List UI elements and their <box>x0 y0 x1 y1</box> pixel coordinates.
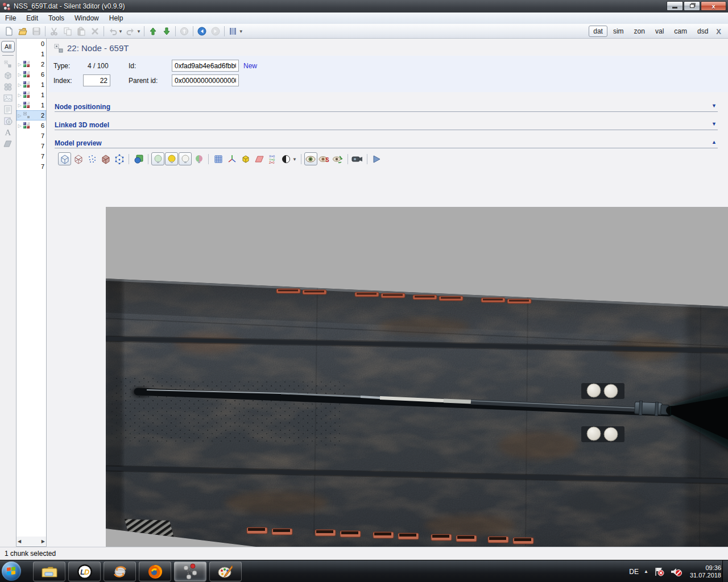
shade-vertices-icon[interactable] <box>113 152 126 165</box>
bounding-box-icon[interactable] <box>239 152 252 165</box>
background-dropdown-icon[interactable]: ▼ <box>292 157 297 162</box>
delete-icon[interactable] <box>88 25 102 38</box>
plane-icon[interactable] <box>0 138 16 149</box>
chevron-down-icon[interactable]: ▼ <box>712 103 717 109</box>
tab-dat[interactable]: dat <box>589 26 607 37</box>
tab-zon[interactable]: zon <box>630 26 650 37</box>
tree-row[interactable]: 0 <box>16 39 46 49</box>
paste-icon[interactable] <box>75 25 88 38</box>
columns-icon[interactable] <box>226 25 240 38</box>
tree-row[interactable]: 7 <box>16 141 46 151</box>
screenshot-icon[interactable] <box>351 152 364 165</box>
taskbar-modeler-button[interactable] <box>104 562 136 581</box>
grid-toggle-icon[interactable] <box>212 152 225 165</box>
new-id-link[interactable]: New <box>243 62 257 70</box>
menu-tools[interactable]: Tools <box>43 13 69 23</box>
light-yellow-icon[interactable] <box>165 152 178 165</box>
upload-icon[interactable] <box>177 25 191 38</box>
spheres-icon[interactable] <box>0 81 16 93</box>
node-icon[interactable] <box>0 59 16 70</box>
filter-all-button[interactable]: All <box>1 41 15 52</box>
tree-row[interactable]: 1 <box>16 49 46 59</box>
columns-dropdown-icon[interactable]: ▼ <box>239 29 243 34</box>
view-eye-icon[interactable] <box>304 152 317 165</box>
taskbar-paint-button[interactable] <box>209 562 242 581</box>
scroll-right-icon[interactable]: ▶ <box>42 539 45 544</box>
new-icon[interactable] <box>2 25 16 38</box>
expander-icon[interactable]: ▷ <box>16 82 23 88</box>
tab-close-icon[interactable]: X <box>714 27 723 36</box>
section-linked-3d-model[interactable]: Linked 3D model▼ <box>55 119 718 131</box>
chunk-tree[interactable]: 0 1 ▷2 ▷6 ▷1 ▷1 ▷1 ▷2 ▷6 7 7 7 7 ◀ ▶ <box>16 39 47 547</box>
axes-toggle-icon[interactable] <box>225 152 238 165</box>
tab-sim[interactable]: sim <box>609 26 628 37</box>
tree-row-selected[interactable]: ▷2 <box>16 110 46 120</box>
hidden-icons-caret[interactable]: ▲ <box>644 569 648 574</box>
tree-row[interactable]: ▷1 <box>16 100 46 110</box>
tree-hscrollbar[interactable]: ◀ ▶ <box>16 537 46 546</box>
background-color-icon[interactable] <box>280 152 293 165</box>
language-indicator[interactable]: DE <box>629 568 639 576</box>
taskbar-firefox-button[interactable] <box>139 562 171 581</box>
action-center-flag-icon[interactable] <box>653 567 665 577</box>
menu-window[interactable]: Window <box>69 13 104 23</box>
taskbar-silent3ditor-button[interactable] <box>174 562 206 581</box>
shade-solid-wire-icon[interactable] <box>99 152 112 165</box>
chevron-down-icon[interactable]: ▼ <box>712 121 717 127</box>
menu-file[interactable]: File <box>0 13 21 23</box>
menu-help[interactable]: Help <box>104 13 129 23</box>
tree-row[interactable]: ▷6 <box>16 120 46 131</box>
redo-icon[interactable] <box>124 25 138 38</box>
move-up-icon[interactable] <box>146 25 160 38</box>
expander-icon[interactable]: ▷ <box>16 62 23 67</box>
back-icon[interactable] <box>195 25 209 38</box>
image-icon[interactable] <box>0 93 16 104</box>
tab-dsd[interactable]: dsd <box>693 26 713 37</box>
expander-icon[interactable]: ▷ <box>16 123 23 128</box>
close-button[interactable]: x <box>701 1 726 11</box>
tree-row[interactable]: 7 <box>16 151 46 161</box>
view-specular-icon[interactable]: S <box>318 152 331 165</box>
tab-cam[interactable]: cam <box>669 26 692 37</box>
open-icon[interactable] <box>16 25 30 38</box>
move-down-icon[interactable] <box>160 25 173 38</box>
undo-icon[interactable] <box>106 25 119 38</box>
texture-toggle-icon[interactable] <box>132 152 145 165</box>
light-green-icon[interactable] <box>151 152 164 165</box>
light-combined-icon[interactable] <box>192 152 205 165</box>
info-icon[interactable]: i <box>0 115 16 127</box>
start-button[interactable] <box>2 562 21 581</box>
chevron-up-icon[interactable]: ▲ <box>712 139 717 145</box>
view-rotate-icon[interactable] <box>332 152 345 165</box>
menu-edit[interactable]: Edit <box>21 13 43 23</box>
tree-row[interactable]: ▷6 <box>16 69 46 80</box>
expander-icon[interactable]: ▷ <box>16 113 23 118</box>
tree-row[interactable]: ▷1 <box>16 80 46 90</box>
document-icon[interactable] <box>0 104 16 115</box>
shade-solid-icon[interactable] <box>58 152 71 165</box>
expander-icon[interactable]: ▷ <box>16 103 23 108</box>
shade-points-icon[interactable] <box>85 152 98 165</box>
text-icon[interactable]: A <box>0 127 16 138</box>
model-viewport[interactable] <box>106 207 728 576</box>
minimize-button[interactable] <box>667 1 683 11</box>
tree-row[interactable]: ▷2 <box>16 59 46 69</box>
forward-icon[interactable] <box>209 25 222 38</box>
title-bar[interactable]: NSS_659T.dat - Silent 3ditor (v0.9.9) x <box>0 0 728 13</box>
clock[interactable]: 09:36 31.07.2018 <box>690 564 721 579</box>
shade-wireframe-icon[interactable] <box>72 152 85 165</box>
expander-icon[interactable]: ▷ <box>16 93 23 98</box>
restore-button[interactable] <box>684 1 700 11</box>
expander-icon[interactable]: ▷ <box>16 72 23 77</box>
tree-row[interactable]: 7 <box>16 161 46 172</box>
volume-muted-icon[interactable] <box>670 567 682 577</box>
light-white-icon[interactable] <box>179 152 192 165</box>
tree-row[interactable]: 7 <box>16 131 46 141</box>
taskbar-ld-app-button[interactable]: LD <box>68 562 101 581</box>
section-model-preview[interactable]: Model preview▲ <box>55 138 718 149</box>
id-input[interactable] <box>172 60 239 72</box>
tree-row[interactable]: ▷1 <box>16 90 46 100</box>
parent-id-input[interactable] <box>172 74 239 86</box>
show-desktop-button[interactable] <box>722 560 728 582</box>
save-icon[interactable] <box>30 25 43 38</box>
